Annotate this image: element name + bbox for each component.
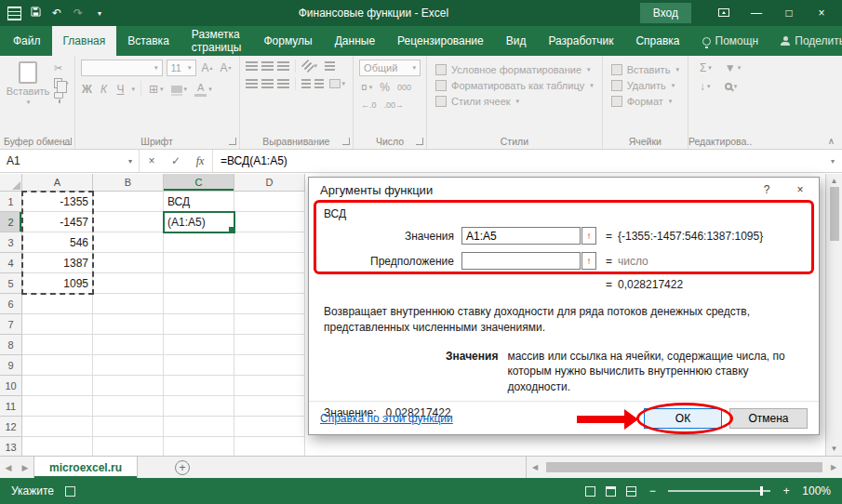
cell-D1[interactable] (234, 192, 305, 212)
align-right-icon[interactable] (277, 79, 289, 88)
cell-C11[interactable] (164, 396, 234, 417)
cell-D3[interactable] (234, 232, 305, 253)
zoom-slider[interactable] (668, 490, 770, 492)
function-help-link[interactable]: Справка по этой функции (320, 412, 636, 425)
row-header-4[interactable]: 4 (0, 253, 22, 273)
close-button[interactable]: × (809, 7, 835, 20)
cell-B1[interactable] (93, 192, 164, 212)
align-top-icon[interactable] (246, 61, 258, 71)
save-icon[interactable] (28, 7, 43, 20)
row-header-2[interactable]: 2 (0, 212, 22, 232)
cell-B3[interactable] (93, 232, 164, 253)
fill-button[interactable]: ↓▾ (698, 80, 714, 93)
cell-D7[interactable] (234, 314, 305, 335)
cell-B2[interactable] (93, 212, 164, 232)
copy-button[interactable]: ▾ (54, 78, 69, 88)
number-format-combo[interactable]: Общий▾ (359, 60, 421, 76)
cell-A8[interactable] (22, 335, 93, 355)
cell-A13[interactable] (22, 437, 93, 456)
cell-styles-button[interactable]: Стили ячеек ▾ (433, 95, 596, 108)
cell-D9[interactable] (234, 355, 305, 376)
page-layout-view-icon[interactable] (606, 486, 616, 497)
font-name-combo[interactable]: ▾ (81, 60, 163, 76)
cell-A3[interactable]: 546 (22, 232, 93, 253)
guess-range-selector-button[interactable]: ↑ (581, 252, 596, 270)
align-bottom-icon[interactable] (277, 61, 289, 71)
format-as-table-button[interactable]: Форматировать как таблицу ▾ (433, 79, 596, 92)
cell-A9[interactable] (22, 355, 93, 376)
underline-dropdown-icon[interactable]: ▾ (132, 86, 136, 93)
cell-B4[interactable] (93, 253, 164, 273)
minimize-button[interactable]: — (743, 7, 769, 20)
tab-data[interactable]: Данные (324, 26, 386, 56)
cell-D11[interactable] (234, 396, 305, 417)
font-size-combo[interactable]: 11▾ (167, 60, 196, 76)
decrease-font-icon[interactable]: А▾ (219, 61, 234, 74)
align-left-icon[interactable] (246, 79, 258, 88)
ribbon-display-options-icon[interactable] (711, 7, 737, 20)
cell-A1[interactable]: -1355 (22, 192, 93, 212)
orientation-button[interactable]: ▾ (301, 60, 320, 73)
cell-C7[interactable] (164, 314, 234, 335)
row-header-12[interactable]: 12 (0, 417, 22, 437)
comma-format-button[interactable]: 000 (395, 81, 413, 94)
cell-C13[interactable] (164, 437, 234, 456)
tab-help[interactable]: Справка (624, 26, 690, 56)
dialog-help-button[interactable]: ? (759, 183, 774, 196)
increase-indent-icon[interactable] (314, 79, 324, 88)
tab-formulas[interactable]: Формулы (252, 26, 323, 56)
tab-review[interactable]: Рецензирование (386, 26, 495, 56)
cell-B11[interactable] (93, 396, 164, 417)
cell-C6[interactable] (164, 294, 234, 314)
borders-button[interactable]: ⊞▾ (147, 83, 166, 96)
cell-A4[interactable]: 1387 (22, 253, 93, 273)
cell-D6[interactable] (234, 294, 305, 314)
row-header-6[interactable]: 6 (0, 294, 22, 314)
merge-center-button[interactable]: ▾ (327, 77, 348, 90)
zoom-slider-thumb[interactable] (760, 486, 763, 496)
tab-page-layout[interactable]: Разметка страницы (180, 26, 253, 56)
quick-access-dropdown-icon[interactable]: ▾ (92, 9, 107, 18)
cancel-entry-button[interactable]: × (140, 154, 164, 167)
guess-input[interactable] (461, 252, 581, 270)
cell-B8[interactable] (93, 335, 164, 355)
column-header-D[interactable]: D (234, 174, 305, 192)
row-header-9[interactable]: 9 (0, 355, 22, 376)
formula-input[interactable]: =ВСД(A1:A5) (213, 154, 823, 167)
vertical-scroll-track[interactable] (829, 185, 840, 444)
values-input[interactable] (461, 227, 581, 245)
cell-D12[interactable] (234, 417, 305, 437)
cell-D4[interactable] (234, 253, 305, 273)
cell-C12[interactable] (164, 417, 234, 437)
cell-B9[interactable] (93, 355, 164, 376)
format-cells-button[interactable]: Формат ▾ (608, 95, 682, 108)
percent-format-button[interactable]: % (378, 81, 392, 94)
find-select-button[interactable]: ▾ (723, 80, 742, 93)
insert-cells-button[interactable]: Вставить ▾ (608, 63, 682, 76)
cell-D5[interactable] (234, 273, 305, 294)
row-header-5[interactable]: 5 (0, 273, 22, 294)
cell-A5[interactable]: 1095 (22, 273, 93, 294)
sort-filter-button[interactable]: ▼▾ (723, 61, 742, 74)
cell-C4[interactable] (164, 253, 234, 273)
new-sheet-button[interactable]: + (175, 460, 190, 475)
conditional-formatting-button[interactable]: Условное форматирование ▾ (433, 63, 596, 76)
h-scroll-left-icon[interactable]: ◀ (527, 463, 543, 471)
sign-in-button[interactable]: Вход (640, 3, 691, 23)
cell-C3[interactable] (164, 232, 234, 253)
increase-font-icon[interactable]: А▴ (200, 61, 215, 74)
cell-D2[interactable] (234, 212, 305, 232)
decrease-indent-icon[interactable] (301, 79, 311, 88)
zoom-in-icon[interactable]: + (781, 484, 792, 497)
autosum-button[interactable]: Σ▾ (698, 61, 714, 74)
h-scroll-thumb[interactable] (546, 462, 822, 472)
sheet-tab-microexcel[interactable]: microexcel.ru (33, 457, 138, 478)
row-header-7[interactable]: 7 (0, 314, 22, 335)
name-box[interactable]: A1 ▾ (0, 150, 140, 172)
share-button[interactable]: Поделиться (769, 26, 842, 56)
vertical-scroll-thumb[interactable] (830, 187, 839, 241)
row-header-13[interactable]: 13 (0, 437, 22, 456)
tab-tell-me[interactable]: Помощн (691, 26, 770, 56)
collapse-ribbon-icon[interactable]: ∧ (828, 136, 835, 146)
scroll-up-icon[interactable]: ▲ (831, 177, 838, 185)
